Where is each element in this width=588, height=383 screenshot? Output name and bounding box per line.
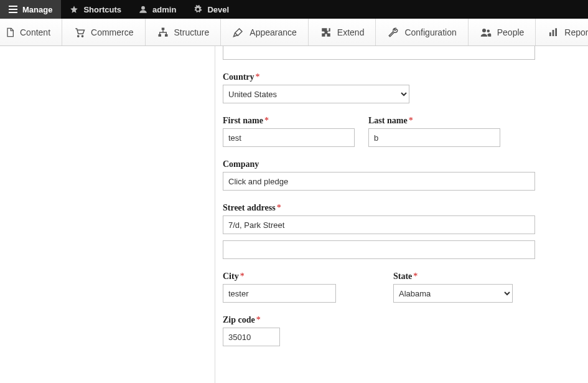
- zip-input[interactable]: [223, 328, 280, 346]
- label-text: Street address: [223, 203, 276, 212]
- field-last-name: Last name*: [368, 116, 500, 147]
- field-state: State* Alabama: [393, 272, 513, 303]
- svg-rect-2: [9, 12, 17, 13]
- field-street: Street address*: [223, 203, 576, 259]
- toolbar-label: Devel: [207, 5, 229, 14]
- unknown-text-input[interactable]: [223, 46, 535, 60]
- puzzle-icon: [320, 26, 332, 39]
- label-text: Country: [223, 72, 254, 82]
- svg-point-3: [141, 6, 145, 10]
- svg-rect-6: [161, 27, 164, 30]
- page-body: Country* United States First name* Last …: [0, 46, 588, 383]
- svg-rect-8: [165, 34, 168, 37]
- field-name-row: First name* Last name*: [223, 116, 576, 147]
- zip-label: Zip code*: [223, 315, 576, 325]
- star-icon: [70, 5, 78, 14]
- last-name-label: Last name*: [368, 116, 500, 126]
- gear-icon: [194, 5, 202, 14]
- toolbar-user[interactable]: admin: [130, 0, 185, 19]
- street-address-2-input[interactable]: [223, 240, 535, 259]
- svg-rect-7: [158, 34, 161, 37]
- address-form: Country* United States First name* Last …: [223, 46, 576, 383]
- required-marker: *: [413, 272, 418, 281]
- field-zip: Zip code*: [223, 315, 576, 346]
- country-label: Country*: [223, 72, 576, 82]
- label-text: City: [223, 272, 239, 281]
- svg-rect-11: [549, 32, 551, 36]
- menu-structure[interactable]: Structure: [146, 19, 222, 45]
- label-text: Zip code: [223, 315, 255, 324]
- field-country: Country* United States: [223, 72, 576, 103]
- street-address-1-input[interactable]: [223, 215, 535, 234]
- svg-rect-0: [9, 6, 17, 7]
- city-input[interactable]: [223, 284, 336, 303]
- company-label: Company: [223, 159, 576, 169]
- first-name-input[interactable]: [223, 128, 355, 147]
- toolbar-devel[interactable]: Devel: [185, 0, 238, 19]
- svg-point-4: [78, 35, 79, 36]
- svg-rect-1: [9, 9, 17, 10]
- menu-label: People: [497, 27, 525, 37]
- first-name-label: First name*: [223, 116, 355, 126]
- people-icon: [480, 26, 492, 39]
- last-name-input[interactable]: [368, 128, 500, 147]
- svg-rect-13: [556, 28, 558, 36]
- label-text: First name: [223, 116, 263, 125]
- field-company: Company: [223, 159, 576, 191]
- menu-label: Extend: [337, 27, 365, 37]
- menu-extend[interactable]: Extend: [309, 19, 376, 45]
- menu-label: Configuration: [404, 27, 456, 37]
- toolbar-label: Shortcuts: [83, 5, 121, 14]
- country-select[interactable]: United States: [223, 85, 409, 103]
- menu-label: Reports: [564, 27, 588, 37]
- svg-point-10: [487, 29, 490, 32]
- company-input[interactable]: [223, 172, 535, 191]
- required-marker: *: [256, 72, 260, 82]
- label-text: Last name: [368, 116, 408, 125]
- field-first-name: First name*: [223, 116, 355, 147]
- brush-icon: [232, 26, 245, 39]
- admin-toolbar: Manage Shortcuts admin Devel: [0, 0, 588, 19]
- label-text: State: [393, 272, 412, 281]
- required-marker: *: [264, 116, 269, 125]
- toolbar-manage[interactable]: Manage: [0, 0, 61, 19]
- menu-label: Commerce: [91, 27, 133, 37]
- vertical-divider: [215, 46, 215, 383]
- user-icon: [139, 5, 147, 14]
- required-marker: *: [277, 203, 281, 212]
- svg-rect-12: [553, 30, 554, 36]
- state-select[interactable]: Alabama: [393, 284, 513, 303]
- menu-commerce[interactable]: Commerce: [62, 19, 145, 45]
- cart-icon: [73, 26, 86, 39]
- menu-label: Structure: [174, 27, 210, 37]
- street-label: Street address*: [223, 203, 576, 213]
- required-marker: *: [409, 116, 413, 125]
- city-label: City*: [223, 272, 336, 281]
- bar-chart-icon: [547, 26, 559, 39]
- hamburger-icon: [9, 5, 17, 14]
- state-label: State*: [393, 272, 513, 281]
- field-city: City*: [223, 272, 336, 303]
- toolbar-label: Manage: [22, 5, 52, 14]
- menu-configuration[interactable]: Configuration: [376, 19, 468, 45]
- menu-appearance[interactable]: Appearance: [221, 19, 309, 45]
- admin-menubar: Content Commerce Structure Appearance Ex…: [0, 19, 588, 46]
- svg-point-9: [482, 29, 486, 32]
- required-marker: *: [240, 272, 245, 281]
- menu-content[interactable]: Content: [0, 19, 62, 45]
- menu-label: Appearance: [250, 27, 297, 37]
- sitemap-icon: [157, 26, 169, 39]
- svg-point-5: [82, 35, 83, 36]
- menu-label: Content: [20, 27, 50, 37]
- required-marker: *: [256, 315, 261, 324]
- document-icon: [4, 26, 16, 39]
- toolbar-label: admin: [152, 5, 176, 14]
- menu-people[interactable]: People: [469, 19, 536, 45]
- menu-reports[interactable]: Reports: [536, 19, 588, 45]
- field-city-state-row: City* State* Alabama: [223, 272, 576, 303]
- wrench-icon: [387, 26, 399, 39]
- toolbar-shortcuts[interactable]: Shortcuts: [61, 0, 130, 19]
